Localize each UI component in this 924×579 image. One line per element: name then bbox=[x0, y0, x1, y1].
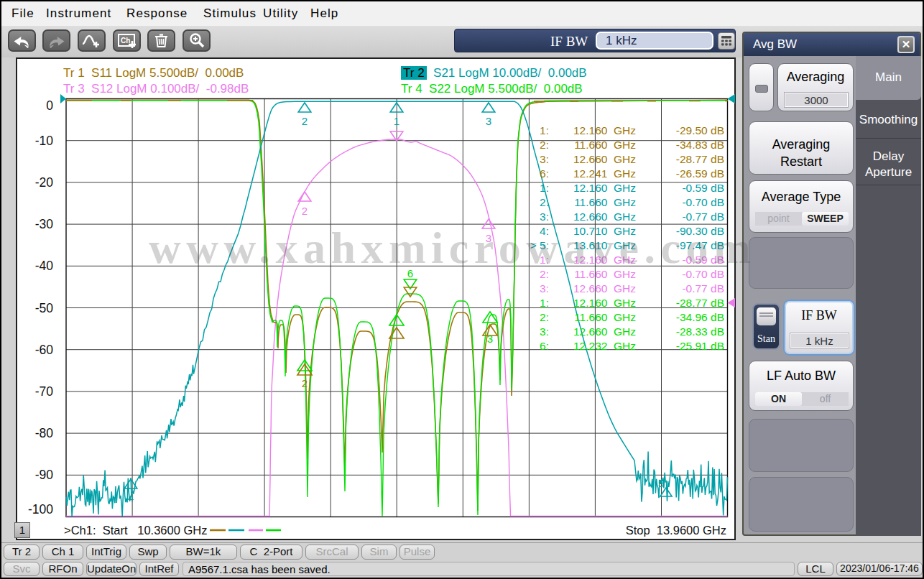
svg-text:Ch: Ch bbox=[121, 37, 130, 45]
svg-text:0: 0 bbox=[46, 98, 53, 113]
svg-text:2: 2 bbox=[302, 115, 308, 127]
svg-text:3:: 3: bbox=[540, 325, 549, 338]
svg-text:2:: 2: bbox=[540, 139, 549, 151]
svg-text:12.160 GHz: 12.160 GHz bbox=[573, 297, 636, 309]
svg-text:12.160 GHz: 12.160 GHz bbox=[573, 124, 636, 136]
svg-text:-0.77 dB: -0.77 dB bbox=[682, 210, 724, 223]
svg-text:12.241 GHz: 12.241 GHz bbox=[573, 167, 636, 180]
svg-text:-20: -20 bbox=[35, 175, 54, 190]
svg-text:-50: -50 bbox=[35, 301, 54, 315]
svg-text:12.160 GHz: 12.160 GHz bbox=[573, 182, 636, 194]
svg-text:-70: -70 bbox=[35, 384, 54, 399]
svg-text:3:: 3: bbox=[540, 210, 549, 223]
svg-text:2: 2 bbox=[302, 377, 308, 389]
svg-text:2:: 2: bbox=[540, 311, 549, 323]
svg-text:2:: 2: bbox=[540, 196, 549, 208]
svg-text:2: 2 bbox=[302, 205, 308, 217]
svg-text:-60: -60 bbox=[35, 343, 54, 357]
svg-text:1:: 1: bbox=[540, 124, 549, 136]
svg-text:12.660 GHz: 12.660 GHz bbox=[573, 210, 636, 223]
svg-text:12.660 GHz: 12.660 GHz bbox=[573, 153, 636, 165]
svg-text:3:: 3: bbox=[540, 153, 549, 165]
svg-text:-28.77 dB: -28.77 dB bbox=[676, 297, 724, 309]
svg-text:-34.96 dB: -34.96 dB bbox=[676, 311, 724, 323]
svg-text:-90: -90 bbox=[35, 468, 54, 482]
svg-text:6:: 6: bbox=[540, 167, 549, 180]
svg-text:-80: -80 bbox=[35, 426, 54, 440]
svg-text:1:: 1: bbox=[540, 182, 549, 194]
svg-text:-40: -40 bbox=[35, 259, 54, 273]
svg-text:Stop 13.9600 GHz: Stop 13.9600 GHz bbox=[626, 524, 726, 537]
svg-text:-0.59 dB: -0.59 dB bbox=[682, 182, 724, 194]
svg-text:3: 3 bbox=[487, 333, 493, 345]
svg-text:4: 4 bbox=[128, 491, 134, 504]
svg-text:1:: 1: bbox=[540, 297, 549, 309]
svg-text:12.660 GHz: 12.660 GHz bbox=[573, 282, 636, 295]
svg-text:>Ch1: Start 10.3600 GHz: >Ch1: Start 10.3600 GHz bbox=[64, 524, 207, 537]
svg-text:6:: 6: bbox=[540, 340, 549, 352]
svg-text:-28.77 dB: -28.77 dB bbox=[676, 153, 724, 165]
svg-text:11.660 GHz: 11.660 GHz bbox=[574, 139, 636, 151]
svg-text:-10: -10 bbox=[35, 134, 54, 148]
svg-text:-25.91 dB: -25.91 dB bbox=[676, 340, 724, 352]
svg-text:3: 3 bbox=[486, 115, 491, 127]
svg-text:-100: -100 bbox=[28, 502, 53, 517]
svg-text:1: 1 bbox=[394, 115, 399, 127]
svg-text:-29.50 dB: -29.50 dB bbox=[676, 124, 724, 136]
svg-text:3:: 3: bbox=[540, 282, 549, 295]
svg-text:-26.59 dB: -26.59 dB bbox=[676, 167, 724, 180]
svg-text:11.660 GHz: 11.660 GHz bbox=[574, 311, 636, 323]
svg-text:-28.33 dB: -28.33 dB bbox=[676, 325, 724, 338]
svg-text:-0.70 dB: -0.70 dB bbox=[682, 196, 724, 208]
svg-text:12.232 GHz: 12.232 GHz bbox=[573, 340, 636, 352]
svg-text:-0.77 dB: -0.77 dB bbox=[682, 282, 724, 295]
svg-text:-30: -30 bbox=[35, 217, 54, 231]
svg-text:5: 5 bbox=[658, 477, 664, 489]
svg-text:11.660 GHz: 11.660 GHz bbox=[574, 196, 636, 208]
svg-text:12.660 GHz: 12.660 GHz bbox=[573, 325, 636, 338]
svg-text:-34.83 dB: -34.83 dB bbox=[676, 139, 724, 151]
